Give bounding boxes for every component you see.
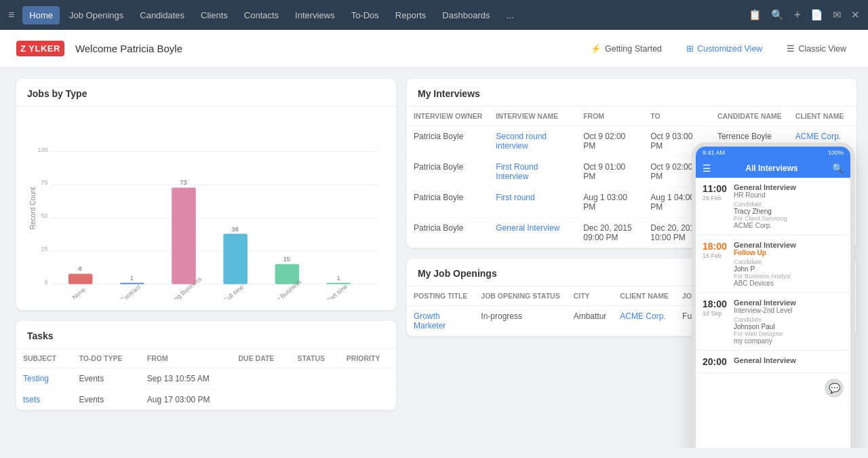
interview-from: Oct 9 01:00 PM — [576, 157, 644, 187]
entry-for-val: ACME Corp. — [734, 222, 844, 229]
tasks-col-due: DUE DATE — [231, 349, 290, 368]
top-navigation: ≡ Home Job Openings Candidates Clients C… — [0, 0, 868, 30]
mobile-menu-icon[interactable]: ☰ — [703, 163, 711, 174]
job-client-link[interactable]: ACME Corp. — [620, 311, 665, 321]
entry-candidate-label: Candidate — [734, 259, 844, 265]
task-priority — [340, 389, 396, 411]
left-column: Jobs by Type Record Count 0 25 50 75 100 — [16, 79, 396, 437]
svg-text:Record Count: Record Count — [29, 187, 37, 230]
entry-for-val: my company — [734, 337, 844, 345]
entry-candidate: Tracy Zheng — [734, 208, 844, 215]
task-type: Events — [72, 368, 140, 389]
job-title-link[interactable]: Growth Marketer — [414, 311, 446, 330]
list-item: 11:00 26 Feb General Interview HR Round … — [696, 178, 850, 235]
task-status — [291, 368, 340, 389]
tasks-col-subject: SUBJECT — [16, 349, 72, 368]
job-status: In-progress — [474, 306, 566, 337]
mobile-status-bar: 9:41 AM 100% — [696, 147, 850, 159]
interview-name-link[interactable]: General Interview — [496, 223, 559, 233]
interview-owner: Patricia Boyle — [407, 187, 489, 218]
col-candidate: CANDIDATE NAME — [711, 107, 789, 126]
list-icon: ☰ — [787, 43, 795, 54]
clipboard-icon[interactable]: 📋 — [749, 9, 762, 21]
svg-text:0: 0 — [44, 279, 47, 286]
task-status — [291, 389, 340, 411]
list-item: 18:00 18 Sep General Interview Interview… — [696, 293, 850, 351]
header-actions: ⚡ Getting Started ⊞ Customized View ☰ Cl… — [585, 41, 852, 56]
entry-date: 16 Feb — [703, 252, 728, 259]
task-due — [231, 389, 290, 411]
entry-subtype: Interview-2nd Level — [734, 307, 844, 314]
table-row: tsets Events Aug 17 03:00 PM — [16, 389, 396, 411]
tasks-col-status: STATUS — [291, 349, 340, 368]
tasks-card: Tasks SUBJECT TO-DO TYPE FROM DUE DATE S… — [16, 321, 396, 410]
hamburger-icon[interactable]: ≡ — [8, 9, 14, 21]
col-opening-status: JOB OPENING STATUS — [474, 286, 566, 306]
customized-view-button[interactable]: ⊞ Customized View — [681, 41, 768, 56]
getting-started-button[interactable]: ⚡ Getting Started — [585, 41, 667, 56]
document-icon[interactable]: 📄 — [810, 9, 823, 21]
mobile-search-icon[interactable]: 🔍 — [832, 163, 844, 174]
search-icon[interactable]: 🔍 — [771, 9, 784, 21]
mail-icon[interactable]: ✉ — [833, 9, 842, 21]
svg-rect-26 — [327, 283, 351, 284]
interview-name-link[interactable]: First Round Interview — [496, 162, 538, 181]
nav-reports[interactable]: Reports — [389, 6, 433, 24]
interview-client-link[interactable]: ACME Corp. — [795, 132, 841, 141]
entry-for-label: For Client Servicing — [734, 215, 844, 222]
svg-text:Contract: Contract — [119, 283, 142, 299]
chat-bubble[interactable]: 💬 — [825, 379, 844, 398]
svg-rect-20 — [223, 234, 248, 284]
nav-clients[interactable]: Clients — [194, 6, 235, 24]
interview-owner: Patricia Boyle — [407, 157, 489, 187]
entry-for-label: For Business Analyst — [734, 273, 844, 280]
nav-todos[interactable]: To-Dos — [344, 6, 386, 24]
entry-type: General Interview — [734, 299, 844, 307]
task-subject-link[interactable]: tsets — [23, 395, 40, 404]
interview-from: Aug 1 03:00 PM — [576, 187, 644, 218]
entry-type: General Interview — [734, 241, 844, 249]
jobs-by-type-card: Jobs by Type Record Count 0 25 50 75 100 — [16, 79, 396, 310]
entry-type: General Interview — [734, 183, 844, 191]
task-due — [231, 368, 290, 389]
mobile-app-header: ☰ All Interviews 🔍 — [696, 159, 850, 178]
entry-for-label: For Web Designer — [734, 330, 844, 337]
entry-subtype: Follow Up — [734, 249, 844, 256]
col-city: CITY — [567, 286, 614, 306]
svg-rect-14 — [120, 283, 144, 284]
interview-name-link[interactable]: Second round interview — [496, 132, 547, 151]
nav-contacts[interactable]: Contacts — [237, 6, 285, 24]
main-content: Jobs by Type Record Count 0 25 50 75 100 — [0, 68, 868, 448]
mobile-overlay: 9:41 AM 100% ☰ All Interviews 🔍 11:00 26… — [692, 142, 854, 448]
mobile-interview-list[interactable]: 11:00 26 Feb General Interview HR Round … — [696, 178, 850, 448]
nav-more[interactable]: ... — [499, 6, 520, 24]
nav-candidates[interactable]: Candidates — [133, 6, 191, 24]
entry-time: 20:00 — [703, 356, 728, 367]
nav-home[interactable]: Home — [22, 6, 60, 24]
interview-name-link[interactable]: First round — [496, 193, 534, 202]
svg-text:75: 75 — [41, 179, 47, 186]
svg-text:1: 1 — [336, 275, 340, 282]
nav-job-openings[interactable]: Job Openings — [62, 6, 130, 24]
my-interviews-title: My Interviews — [407, 79, 856, 107]
col-to: TO — [644, 107, 711, 126]
mobile-battery: 100% — [828, 149, 844, 156]
interview-owner: Patricia Boyle — [407, 218, 489, 248]
interview-from: Dec 20, 2015 09:00 PM — [576, 218, 644, 248]
nav-interviews[interactable]: Interviews — [288, 6, 342, 24]
job-city: Ambattur — [567, 306, 614, 337]
interview-owner: Patricia Boyle — [407, 126, 489, 157]
entry-candidate: Johnson Paul — [734, 323, 844, 330]
welcome-message: Welcome Patricia Boyle — [75, 43, 182, 54]
classic-view-button[interactable]: ☰ Classic View — [781, 41, 852, 56]
svg-text:15: 15 — [283, 256, 290, 263]
mobile-header-title: All Interviews — [715, 164, 828, 173]
entry-type: General Interview — [734, 356, 844, 364]
nav-dashboards[interactable]: Dashboards — [435, 6, 496, 24]
jobs-by-type-chart: Record Count 0 25 50 75 100 8 — [16, 107, 396, 310]
task-subject-link[interactable]: Testing — [23, 374, 49, 383]
list-item: 18:00 16 Feb General Interview Follow Up… — [696, 235, 850, 293]
lightning-icon: ⚡ — [591, 43, 601, 54]
add-icon[interactable]: + — [793, 8, 801, 22]
close-icon[interactable]: ✕ — [851, 9, 860, 21]
